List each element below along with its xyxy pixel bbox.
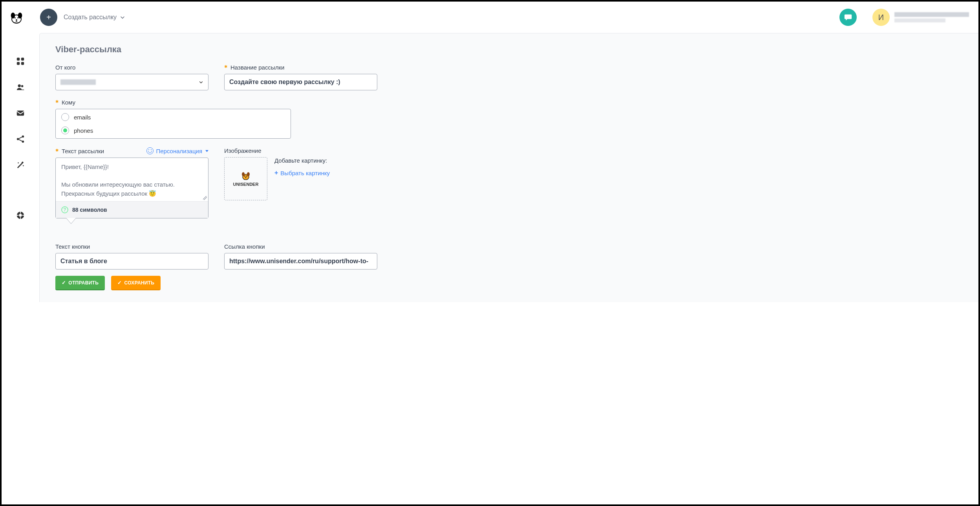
- add-image-hint: Добавьте картинку:: [274, 157, 330, 164]
- char-counter: ? 88 символов: [56, 201, 208, 218]
- plus-icon: +: [46, 13, 51, 22]
- recipient-option-phones[interactable]: phones: [61, 126, 285, 134]
- button-text-label: Текст кнопки: [55, 243, 208, 250]
- campaign-name-input[interactable]: Создайте свою первую рассылку :): [224, 74, 377, 90]
- button-text-value: Статья в блоге: [60, 258, 107, 265]
- recipient-emails-label: emails: [74, 114, 91, 121]
- page-title: Viber-рассылка: [55, 44, 963, 55]
- campaign-name-value: Создайте свою первую рассылку :): [229, 79, 340, 86]
- message-text-value: Привет, {{Name}}! Мы обновили интересующ…: [61, 163, 176, 197]
- choose-image-link[interactable]: + Выбрать картинку: [274, 169, 330, 176]
- button-link-label: Ссылка кнопки: [224, 243, 377, 250]
- svg-point-10: [18, 84, 21, 87]
- svg-rect-8: [17, 62, 20, 65]
- svg-rect-21: [20, 217, 21, 220]
- image-thumbnail[interactable]: UNISENDER: [224, 157, 267, 200]
- plus-icon: +: [274, 169, 278, 176]
- magic-wand-icon: [16, 161, 25, 169]
- svg-point-17: [23, 165, 24, 166]
- svg-rect-7: [21, 58, 24, 60]
- svg-rect-23: [22, 215, 25, 216]
- sidebar-item-help[interactable]: [16, 211, 25, 220]
- sidebar-item-automation[interactable]: [16, 160, 25, 170]
- svg-rect-20: [20, 211, 21, 214]
- people-icon: [16, 83, 25, 92]
- svg-point-27: [245, 176, 245, 176]
- recipient-phones-label: phones: [74, 127, 93, 134]
- avatar-letter: И: [878, 13, 884, 22]
- message-text-label: Текст рассылки: [55, 148, 104, 154]
- user-menu[interactable]: [894, 12, 969, 22]
- svg-point-19: [19, 214, 22, 216]
- svg-point-16: [18, 162, 19, 163]
- personalization-dropdown[interactable]: Персонализация: [146, 147, 208, 154]
- check-icon: [62, 280, 66, 286]
- chat-bubble-icon: [844, 13, 852, 22]
- svg-rect-22: [16, 215, 19, 216]
- svg-point-2: [18, 13, 22, 18]
- svg-point-25: [242, 172, 245, 176]
- recipients-group: emails phones: [55, 109, 291, 139]
- svg-point-11: [21, 85, 24, 88]
- radio-icon: [61, 113, 69, 121]
- campaign-name-label: Название рассылки: [224, 64, 377, 71]
- share-icon: [16, 135, 25, 143]
- send-button[interactable]: ОТПРАВИТЬ: [55, 276, 105, 290]
- user-email-redacted: [894, 18, 945, 22]
- support-chat-button[interactable]: [839, 9, 857, 26]
- svg-rect-6: [17, 58, 20, 60]
- sender-select[interactable]: [55, 74, 208, 90]
- sidebar-item-messages[interactable]: [16, 108, 25, 118]
- grid-icon: [16, 57, 25, 66]
- choose-image-label: Выбрать картинку: [280, 170, 330, 176]
- speech-bubble-tail: [66, 218, 76, 224]
- char-count-value: 88 символов: [72, 207, 107, 213]
- svg-rect-9: [21, 62, 24, 65]
- emoji-icon: [146, 147, 154, 154]
- check-icon: [117, 280, 122, 286]
- svg-point-29: [245, 177, 247, 178]
- sidebar-item-contacts[interactable]: [16, 82, 25, 92]
- send-button-label: ОТПРАВИТЬ: [68, 280, 99, 286]
- svg-rect-12: [17, 111, 24, 116]
- help-icon: ?: [61, 206, 68, 213]
- button-link-value: https://www.unisender.com/ru/support/how…: [229, 258, 368, 265]
- recipients-label: Кому: [55, 99, 963, 106]
- message-textarea[interactable]: Привет, {{Name}}! Мы обновили интересующ…: [56, 158, 208, 201]
- sidebar-item-dashboard[interactable]: [16, 57, 25, 66]
- lifebuoy-icon: [16, 211, 25, 220]
- create-label-text: Создать рассылку: [64, 14, 117, 21]
- personalization-label: Персонализация: [156, 148, 202, 154]
- recipient-option-emails[interactable]: emails: [61, 113, 285, 121]
- create-campaign-button[interactable]: +: [40, 9, 57, 26]
- dog-thumb-icon: [240, 171, 251, 180]
- svg-point-3: [15, 17, 16, 18]
- svg-point-5: [16, 19, 18, 20]
- chevron-down-icon: [120, 15, 125, 20]
- from-label: От кого: [55, 64, 208, 71]
- button-link-input[interactable]: https://www.unisender.com/ru/support/how…: [224, 253, 377, 270]
- sidebar-item-integrations[interactable]: [16, 134, 25, 144]
- save-button-label: СОХРАНИТЬ: [124, 280, 154, 286]
- svg-point-28: [246, 176, 247, 176]
- caret-down-icon: [205, 150, 208, 152]
- image-label: Изображение: [224, 147, 330, 154]
- chevron-down-icon: [199, 80, 203, 84]
- user-avatar[interactable]: И: [872, 9, 890, 26]
- svg-point-26: [247, 172, 250, 176]
- mail-icon: [16, 109, 25, 117]
- create-campaign-dropdown[interactable]: Создать рассылку: [64, 14, 125, 21]
- save-button[interactable]: СОХРАНИТЬ: [111, 276, 161, 290]
- radio-icon: [61, 126, 69, 134]
- user-name-redacted: [894, 12, 969, 17]
- image-thumb-label: UNISENDER: [233, 182, 259, 187]
- svg-point-1: [11, 13, 15, 18]
- resize-handle-icon[interactable]: [203, 196, 207, 200]
- sender-value-redacted: [60, 79, 96, 85]
- app-logo[interactable]: [9, 10, 24, 24]
- svg-point-4: [17, 17, 18, 18]
- button-text-input[interactable]: Статья в блоге: [55, 253, 208, 270]
